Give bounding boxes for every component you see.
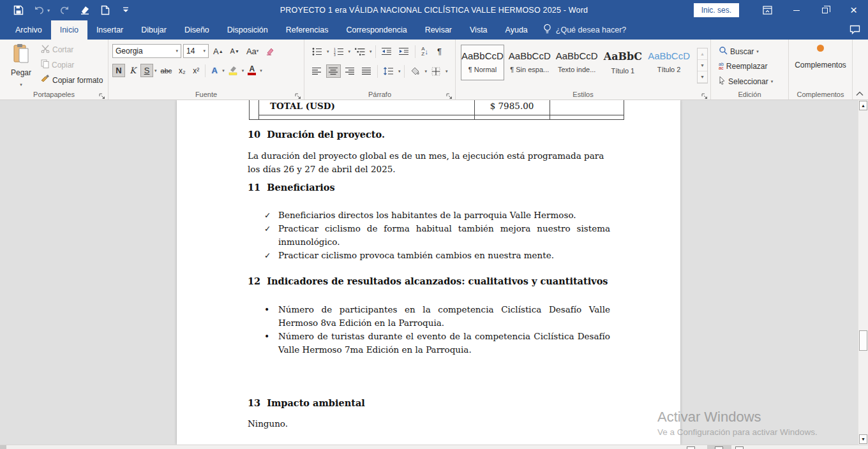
borders-dropdown-icon[interactable]: ▾ bbox=[445, 69, 448, 74]
addins-button[interactable]: Complementos bbox=[789, 45, 852, 70]
redo-icon[interactable] bbox=[59, 4, 70, 16]
tab-ayuda[interactable]: Ayuda bbox=[497, 20, 537, 40]
customize-quick-access-icon[interactable] bbox=[120, 4, 131, 16]
tab-revisar[interactable]: Revisar bbox=[416, 20, 461, 40]
undo-dropdown-icon[interactable]: ▾ bbox=[47, 8, 50, 13]
scroll-down-icon[interactable]: ▼ bbox=[859, 434, 867, 444]
heading-beneficiarios: 11Beneficiarios bbox=[248, 182, 335, 193]
underline-button[interactable]: S bbox=[140, 64, 153, 77]
paste-button[interactable]: Pegar ▾ bbox=[6, 43, 36, 89]
shading-dropdown-icon[interactable]: ▾ bbox=[425, 69, 428, 74]
styles-scroll-up-icon[interactable]: ▲ bbox=[698, 48, 707, 60]
minimize-icon[interactable] bbox=[782, 0, 811, 20]
tab-archivo[interactable]: Archivo bbox=[6, 20, 51, 40]
styles-scroll-down-icon[interactable]: ▼ bbox=[698, 60, 707, 71]
ribbon-display-options-icon[interactable] bbox=[753, 0, 782, 20]
show-paragraph-marks-button[interactable]: ¶ bbox=[433, 45, 446, 58]
bullets-button[interactable] bbox=[310, 45, 325, 58]
bullets-dropdown-icon[interactable]: ▾ bbox=[327, 49, 329, 54]
style-texto-independiente[interactable]: AaBbCcD Texto inde... bbox=[555, 45, 599, 80]
style-titulo-2[interactable]: AaBbCcD Título 2 bbox=[647, 45, 691, 80]
document-page[interactable]: TOTAL (USD) $ 7985.00 10Duración del pro… bbox=[177, 100, 680, 445]
change-case-button[interactable]: Aa▾ bbox=[244, 45, 261, 58]
sign-in-button[interactable]: Inic. ses. bbox=[694, 3, 739, 17]
parrafo-dialog-launcher-icon[interactable] bbox=[446, 91, 453, 98]
draw-eraser-icon[interactable] bbox=[79, 4, 91, 16]
collapse-ribbon-icon[interactable] bbox=[856, 91, 864, 98]
tab-insertar[interactable]: Insertar bbox=[87, 20, 132, 40]
table-cell-total-label: TOTAL (USD) bbox=[270, 100, 335, 112]
superscript-button[interactable]: x² bbox=[190, 64, 202, 77]
clear-formatting-icon[interactable] bbox=[263, 45, 278, 58]
align-left-button[interactable] bbox=[310, 64, 324, 78]
numbering-dropdown-icon[interactable]: ▾ bbox=[348, 49, 351, 54]
styles-gallery-more-icon[interactable]: ▼ bbox=[698, 71, 707, 83]
tab-inicio[interactable]: Inicio bbox=[51, 20, 87, 40]
font-color-dropdown-icon[interactable]: ▾ bbox=[260, 68, 262, 73]
tab-diseno[interactable]: Diseño bbox=[176, 20, 218, 40]
print-layout-selected[interactable] bbox=[707, 445, 731, 449]
bold-button[interactable]: N bbox=[112, 64, 125, 77]
copy-button[interactable]: Copiar bbox=[38, 58, 105, 71]
highlight-button[interactable] bbox=[226, 64, 241, 77]
multilevel-dropdown-icon[interactable]: ▾ bbox=[370, 49, 372, 54]
tab-vista[interactable]: Vista bbox=[461, 20, 497, 40]
style-normal[interactable]: AaBbCcD ¶ Normal bbox=[461, 45, 504, 80]
check-list-item: ✓ Practicar ciclismo provoca también cam… bbox=[248, 249, 610, 262]
text-effects-dropdown-icon[interactable]: ▾ bbox=[222, 68, 225, 73]
style-sin-espaciado[interactable]: AaBbCcD ¶ Sin espa... bbox=[508, 45, 551, 80]
tab-correspondencia[interactable]: Correspondencia bbox=[337, 20, 415, 40]
estilos-dialog-launcher-icon[interactable] bbox=[701, 91, 708, 98]
replace-button[interactable]: abac Reemplazar bbox=[716, 61, 788, 72]
scroll-up-icon[interactable]: ▲ bbox=[859, 101, 867, 110]
sort-button[interactable]: AZ↓ bbox=[419, 45, 431, 58]
portapapeles-dialog-launcher-icon[interactable] bbox=[99, 91, 106, 98]
multilevel-list-button[interactable] bbox=[352, 45, 368, 58]
strikethrough-button[interactable]: abc bbox=[158, 64, 175, 77]
close-icon[interactable]: × bbox=[839, 0, 868, 20]
highlight-dropdown-icon[interactable]: ▾ bbox=[242, 68, 244, 73]
tab-dibujar[interactable]: Dibujar bbox=[132, 20, 176, 40]
text-effects-button[interactable]: A bbox=[208, 64, 221, 77]
shading-button[interactable] bbox=[408, 64, 423, 78]
borders-button[interactable] bbox=[429, 64, 444, 78]
vertical-scrollbar[interactable]: ▲ ▼ bbox=[858, 100, 868, 445]
align-right-button[interactable] bbox=[343, 64, 357, 78]
decrease-indent-button[interactable] bbox=[379, 45, 394, 58]
web-layout-icon[interactable] bbox=[735, 446, 744, 449]
line-spacing-dropdown-icon[interactable]: ▾ bbox=[398, 69, 401, 74]
feedback-icon[interactable] bbox=[849, 25, 860, 37]
select-button[interactable]: Seleccionar ▾ bbox=[716, 75, 788, 88]
bullet-list-item: • Número de participantes en la competen… bbox=[248, 303, 610, 330]
tell-me-box[interactable]: ¿Qué desea hacer? bbox=[537, 20, 633, 40]
new-document-icon[interactable] bbox=[100, 4, 111, 16]
italic-button[interactable]: K bbox=[126, 64, 139, 77]
read-mode-icon[interactable] bbox=[687, 446, 695, 449]
format-painter-button[interactable]: Copiar formato bbox=[38, 73, 105, 87]
font-size-combobox[interactable]: 14▾ bbox=[183, 44, 209, 58]
addins-label: Complementos bbox=[789, 61, 852, 70]
subscript-button[interactable]: x₂ bbox=[176, 64, 188, 77]
restore-icon[interactable] bbox=[811, 0, 839, 20]
scrollbar-thumb[interactable] bbox=[859, 330, 867, 351]
underline-dropdown-icon[interactable]: ▾ bbox=[154, 68, 157, 73]
style-titulo-1[interactable]: AaBbC Título 1 bbox=[602, 45, 644, 80]
tab-disposicion[interactable]: Disposición bbox=[218, 20, 277, 40]
align-center-button[interactable] bbox=[326, 64, 341, 78]
numbering-button[interactable]: 123 bbox=[331, 45, 347, 58]
tab-referencias[interactable]: Referencias bbox=[277, 20, 338, 40]
font-color-button[interactable]: A bbox=[245, 64, 258, 77]
grow-font-button[interactable]: A▲ bbox=[211, 45, 226, 58]
paste-label: Pegar bbox=[6, 68, 36, 77]
justify-button[interactable] bbox=[359, 64, 374, 78]
fuente-dialog-launcher-icon[interactable] bbox=[295, 91, 302, 98]
cut-button[interactable]: Cortar bbox=[38, 43, 105, 56]
shrink-font-button[interactable]: A▼ bbox=[228, 45, 242, 58]
save-icon[interactable] bbox=[13, 4, 24, 16]
increase-indent-button[interactable] bbox=[396, 45, 412, 58]
line-spacing-button[interactable] bbox=[381, 64, 396, 78]
font-family-combobox[interactable]: Georgia▾ bbox=[112, 44, 181, 58]
undo-icon[interactable] bbox=[33, 4, 45, 16]
find-button[interactable]: Buscar ▾ bbox=[716, 45, 788, 58]
group-parrafo: ▾ 123 ▾ ▾ AZ↓ ¶ bbox=[304, 40, 456, 99]
